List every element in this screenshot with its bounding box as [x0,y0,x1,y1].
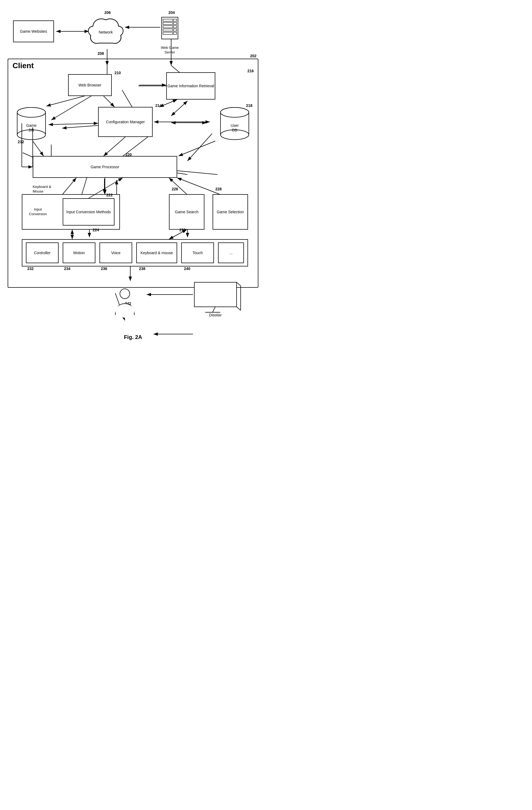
game-selection-box: Game Selection [213,194,248,230]
client-box: Client 202 Web Browser 210 Game Informat… [7,59,259,288]
svg-line-84 [213,307,215,312]
svg-line-64 [33,141,44,156]
user-db: User DB [220,106,250,141]
ref-224: 224 [93,228,99,232]
keyboard-mouse-box: Keyboard & mouse [136,242,177,263]
web-browser-box: Web Browser [68,74,112,96]
ref-230: 230 [179,228,186,232]
ref-222: 222 [106,193,113,197]
svg-line-68 [179,141,215,156]
ref-234: 234 [64,266,70,271]
svg-point-45 [17,108,46,117]
keyboard-mouse-label: Keyboard &Mouse [33,185,51,194]
svg-text:Network: Network [99,30,113,34]
ref-228: 228 [215,187,221,191]
game-search-box: Game Search [169,194,204,230]
ref-202: 202 [250,54,256,58]
network-cloud: Network [85,16,126,49]
ref-220: 220 [126,152,132,157]
svg-line-61 [160,99,177,107]
svg-line-62 [49,123,98,125]
user-figure [110,288,140,321]
web-game-server: Web GameServer [156,16,183,46]
svg-line-70 [63,178,76,194]
svg-rect-83 [194,282,236,307]
svg-text:User: User [231,123,239,128]
svg-point-37 [172,26,173,27]
svg-text:DB: DB [232,128,237,132]
voice-box: Voice [99,242,132,263]
svg-point-82 [115,304,134,318]
svg-rect-29 [162,17,178,39]
ref-226: 226 [172,187,178,191]
client-label: Client [13,61,34,70]
svg-text:Display: Display [209,313,221,317]
svg-point-81 [120,289,130,298]
svg-line-58 [46,96,84,106]
motion-box: Motion [63,242,95,263]
ref-210: 210 [115,71,121,75]
config-manager-box: Configuration Manager [98,107,153,137]
svg-text:DB: DB [29,128,34,132]
svg-point-36 [172,23,173,24]
ref-236: 236 [101,266,107,271]
ref-216: 216 [248,69,254,73]
svg-line-67 [103,137,126,156]
ref-240: 240 [184,266,190,271]
svg-point-38 [172,30,173,31]
svg-point-53 [220,108,249,117]
svg-line-73 [177,178,219,194]
svg-line-72 [169,178,187,194]
game-processor-box: Game Processor [33,156,177,178]
game-websites-box: Game Websites [13,20,54,42]
ref-218: 218 [246,103,252,108]
ref-206: 206 [104,10,111,15]
svg-text:Game: Game [26,123,36,128]
svg-line-59 [103,96,115,107]
display-monitor: Display [193,281,242,317]
svg-line-86 [236,282,240,286]
game-info-retrieval-box: Game Information Retrieval [166,72,215,99]
ref-208: 208 [98,51,104,55]
svg-line-87 [236,307,240,310]
figure-caption: Fig. 2A [7,334,259,340]
touch-box: Touch [181,242,214,263]
ref-238: 238 [139,266,145,271]
ref-212: 212 [18,140,24,144]
ref-232: 232 [27,266,34,271]
game-db: Game DB [16,106,46,141]
svg-point-39 [172,33,173,34]
ref-204: 204 [168,10,175,15]
ellipsis-box: ... [218,242,244,263]
input-conversion-methods-box: Input Conversion Methods [63,198,115,226]
svg-point-35 [172,20,173,21]
controller-box: Controller [26,242,59,263]
ref-214: 214 [155,103,162,108]
